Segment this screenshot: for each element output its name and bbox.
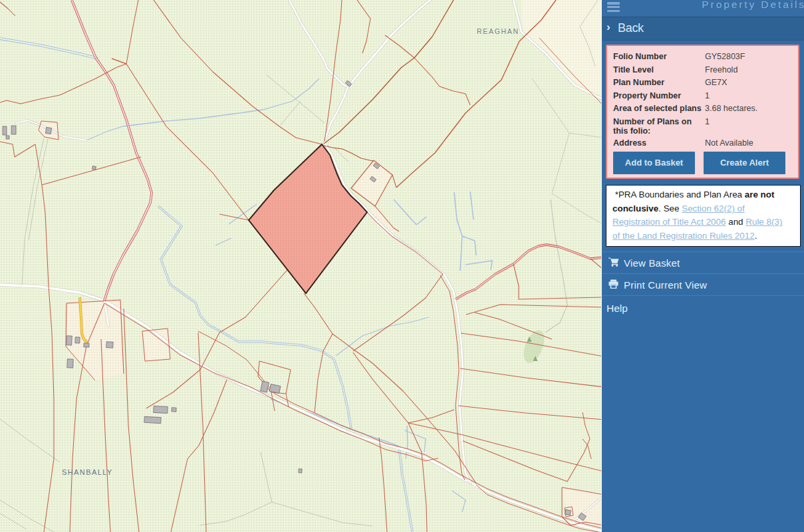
svg-text:SHANBALLY: SHANBALLY: [62, 468, 113, 476]
svg-text:REAGHAN: REAGHAN: [477, 27, 519, 35]
